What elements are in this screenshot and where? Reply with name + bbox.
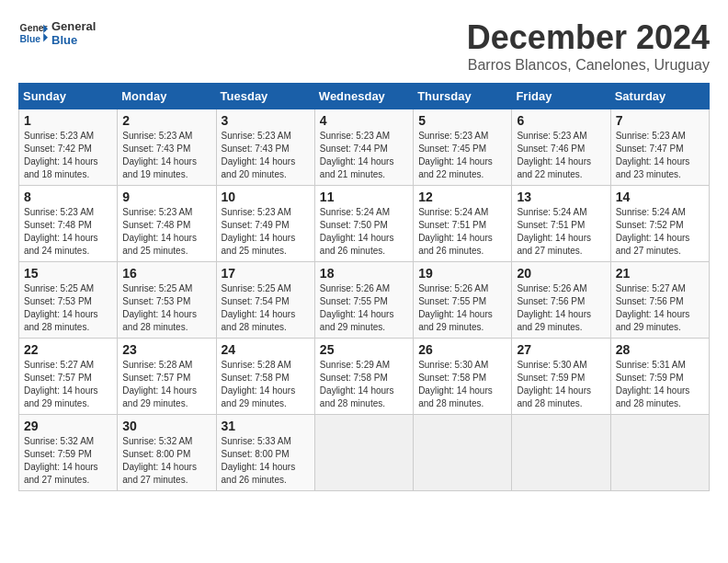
- day-detail: Sunrise: 5:30 AMSunset: 7:58 PMDaylight:…: [418, 359, 506, 410]
- day-number: 17: [222, 266, 310, 281]
- day-number: 1: [24, 113, 112, 128]
- day-detail: Sunrise: 5:31 AMSunset: 7:59 PMDaylight:…: [616, 359, 704, 410]
- day-number: 31: [222, 419, 310, 433]
- calendar-header-cell: Wednesday: [314, 84, 413, 109]
- calendar-day-cell: 20Sunrise: 5:26 AMSunset: 7:56 PMDayligh…: [512, 262, 610, 339]
- day-number: 10: [222, 190, 310, 204]
- calendar-header-cell: Thursday: [414, 84, 512, 109]
- day-number: 8: [24, 190, 112, 204]
- day-detail: Sunrise: 5:27 AMSunset: 7:57 PMDaylight:…: [24, 359, 112, 410]
- calendar-day-cell: 18Sunrise: 5:26 AMSunset: 7:55 PMDayligh…: [314, 262, 413, 339]
- day-detail: Sunrise: 5:32 AMSunset: 8:00 PMDaylight:…: [122, 435, 210, 487]
- day-detail: Sunrise: 5:26 AMSunset: 7:55 PMDaylight:…: [418, 282, 506, 334]
- day-number: 28: [616, 342, 704, 357]
- calendar-day-cell: 9Sunrise: 5:23 AMSunset: 7:48 PMDaylight…: [118, 186, 216, 262]
- day-detail: Sunrise: 5:23 AMSunset: 7:48 PMDaylight:…: [24, 206, 112, 258]
- calendar-header-cell: Saturday: [610, 84, 709, 109]
- day-detail: Sunrise: 5:23 AMSunset: 7:43 PMDaylight:…: [222, 130, 310, 181]
- calendar-day-cell: 3Sunrise: 5:23 AMSunset: 7:43 PMDaylight…: [216, 109, 314, 186]
- calendar-header-cell: Sunday: [19, 84, 118, 109]
- calendar-day-cell: 16Sunrise: 5:25 AMSunset: 7:53 PMDayligh…: [118, 262, 216, 339]
- calendar-day-cell: 15Sunrise: 5:25 AMSunset: 7:53 PMDayligh…: [19, 262, 118, 339]
- calendar-day-cell: 11Sunrise: 5:24 AMSunset: 7:50 PMDayligh…: [314, 186, 413, 262]
- calendar-day-cell: 30Sunrise: 5:32 AMSunset: 8:00 PMDayligh…: [118, 415, 216, 491]
- day-number: 2: [122, 113, 210, 128]
- day-number: 9: [122, 190, 210, 204]
- calendar-day-cell: 10Sunrise: 5:23 AMSunset: 7:49 PMDayligh…: [216, 186, 314, 262]
- calendar-day-cell: 6Sunrise: 5:23 AMSunset: 7:46 PMDaylight…: [512, 109, 610, 186]
- svg-text:Blue: Blue: [20, 34, 41, 44]
- day-number: 16: [122, 266, 210, 281]
- day-number: 12: [418, 190, 506, 204]
- day-detail: Sunrise: 5:23 AMSunset: 7:46 PMDaylight:…: [517, 130, 605, 181]
- calendar-day-cell: 5Sunrise: 5:23 AMSunset: 7:45 PMDaylight…: [414, 109, 512, 186]
- logo-line1: General: [51, 19, 96, 33]
- day-number: 26: [418, 342, 506, 357]
- calendar-day-cell: 24Sunrise: 5:28 AMSunset: 7:58 PMDayligh…: [216, 339, 314, 415]
- day-number: 3: [222, 113, 310, 128]
- calendar-table: SundayMondayTuesdayWednesdayThursdayFrid…: [18, 83, 710, 491]
- calendar-day-cell: 2Sunrise: 5:23 AMSunset: 7:43 PMDaylight…: [118, 109, 216, 186]
- calendar-day-cell: [512, 415, 610, 491]
- day-detail: Sunrise: 5:25 AMSunset: 7:53 PMDaylight:…: [24, 282, 112, 334]
- calendar-day-cell: 7Sunrise: 5:23 AMSunset: 7:47 PMDaylight…: [610, 109, 709, 186]
- calendar-header-row: SundayMondayTuesdayWednesdayThursdayFrid…: [19, 84, 710, 109]
- day-detail: Sunrise: 5:26 AMSunset: 7:55 PMDaylight:…: [320, 282, 408, 334]
- day-detail: Sunrise: 5:25 AMSunset: 7:53 PMDaylight:…: [122, 282, 210, 334]
- day-number: 5: [418, 113, 506, 128]
- logo: General Blue General Blue: [18, 18, 96, 48]
- day-detail: Sunrise: 5:25 AMSunset: 7:54 PMDaylight:…: [222, 282, 310, 334]
- day-number: 11: [320, 190, 408, 204]
- logo-icon: General Blue: [18, 18, 48, 48]
- day-number: 25: [320, 342, 408, 357]
- day-detail: Sunrise: 5:33 AMSunset: 8:00 PMDaylight:…: [222, 435, 310, 487]
- day-detail: Sunrise: 5:30 AMSunset: 7:59 PMDaylight:…: [517, 359, 605, 410]
- calendar-day-cell: 25Sunrise: 5:29 AMSunset: 7:58 PMDayligh…: [314, 339, 413, 415]
- calendar-week-row: 15Sunrise: 5:25 AMSunset: 7:53 PMDayligh…: [19, 262, 710, 339]
- calendar-header-cell: Friday: [512, 84, 610, 109]
- day-number: 30: [122, 419, 210, 433]
- title-area: December 2024 Barros Blancos, Canelones,…: [467, 18, 710, 74]
- calendar-day-cell: 12Sunrise: 5:24 AMSunset: 7:51 PMDayligh…: [414, 186, 512, 262]
- day-number: 6: [517, 113, 605, 128]
- day-number: 23: [122, 342, 210, 357]
- calendar-day-cell: 13Sunrise: 5:24 AMSunset: 7:51 PMDayligh…: [512, 186, 610, 262]
- calendar-day-cell: 19Sunrise: 5:26 AMSunset: 7:55 PMDayligh…: [414, 262, 512, 339]
- calendar-day-cell: 31Sunrise: 5:33 AMSunset: 8:00 PMDayligh…: [216, 415, 314, 491]
- page-header: General Blue General Blue December 2024 …: [18, 18, 710, 74]
- calendar-day-cell: [414, 415, 512, 491]
- day-detail: Sunrise: 5:24 AMSunset: 7:52 PMDaylight:…: [616, 206, 704, 258]
- day-number: 24: [222, 342, 310, 357]
- day-number: 29: [24, 419, 112, 433]
- calendar-day-cell: [610, 415, 709, 491]
- day-detail: Sunrise: 5:26 AMSunset: 7:56 PMDaylight:…: [517, 282, 605, 334]
- day-detail: Sunrise: 5:23 AMSunset: 7:47 PMDaylight:…: [616, 130, 704, 181]
- day-detail: Sunrise: 5:23 AMSunset: 7:49 PMDaylight:…: [222, 206, 310, 258]
- day-number: 7: [616, 113, 704, 128]
- day-detail: Sunrise: 5:24 AMSunset: 7:50 PMDaylight:…: [320, 206, 408, 258]
- calendar-day-cell: 22Sunrise: 5:27 AMSunset: 7:57 PMDayligh…: [19, 339, 118, 415]
- day-detail: Sunrise: 5:23 AMSunset: 7:44 PMDaylight:…: [320, 130, 408, 181]
- page-title: December 2024: [467, 18, 710, 57]
- calendar-header-cell: Monday: [118, 84, 216, 109]
- day-detail: Sunrise: 5:28 AMSunset: 7:58 PMDaylight:…: [222, 359, 310, 410]
- day-detail: Sunrise: 5:23 AMSunset: 7:42 PMDaylight:…: [24, 130, 112, 181]
- day-detail: Sunrise: 5:29 AMSunset: 7:58 PMDaylight:…: [320, 359, 408, 410]
- calendar-week-row: 1Sunrise: 5:23 AMSunset: 7:42 PMDaylight…: [19, 109, 710, 186]
- day-number: 22: [24, 342, 112, 357]
- calendar-day-cell: 8Sunrise: 5:23 AMSunset: 7:48 PMDaylight…: [19, 186, 118, 262]
- day-number: 20: [517, 266, 605, 281]
- day-detail: Sunrise: 5:27 AMSunset: 7:56 PMDaylight:…: [616, 282, 704, 334]
- day-detail: Sunrise: 5:28 AMSunset: 7:57 PMDaylight:…: [122, 359, 210, 410]
- calendar-day-cell: 4Sunrise: 5:23 AMSunset: 7:44 PMDaylight…: [314, 109, 413, 186]
- calendar-day-cell: 26Sunrise: 5:30 AMSunset: 7:58 PMDayligh…: [414, 339, 512, 415]
- calendar-day-cell: 29Sunrise: 5:32 AMSunset: 7:59 PMDayligh…: [19, 415, 118, 491]
- day-detail: Sunrise: 5:23 AMSunset: 7:43 PMDaylight:…: [122, 130, 210, 181]
- calendar-day-cell: 23Sunrise: 5:28 AMSunset: 7:57 PMDayligh…: [118, 339, 216, 415]
- calendar-day-cell: 27Sunrise: 5:30 AMSunset: 7:59 PMDayligh…: [512, 339, 610, 415]
- day-number: 14: [616, 190, 704, 204]
- day-number: 27: [517, 342, 605, 357]
- calendar-day-cell: 28Sunrise: 5:31 AMSunset: 7:59 PMDayligh…: [610, 339, 709, 415]
- calendar-week-row: 29Sunrise: 5:32 AMSunset: 7:59 PMDayligh…: [19, 415, 710, 491]
- day-detail: Sunrise: 5:24 AMSunset: 7:51 PMDaylight:…: [517, 206, 605, 258]
